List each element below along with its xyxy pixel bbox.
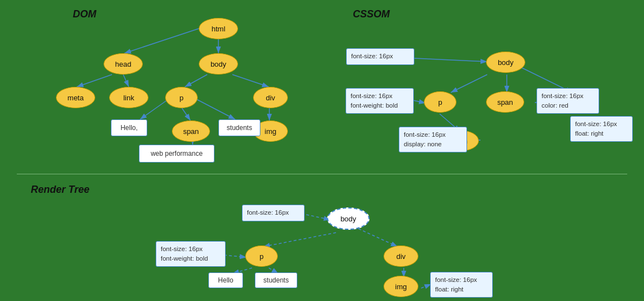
rt-fontsize-text: font-size: 16px — [247, 208, 289, 217]
cssom-p-node: p — [424, 91, 456, 113]
svg-line-4 — [77, 75, 112, 87]
rt-img-props-box: font-size: 16px float: right — [430, 272, 493, 298]
rt-img-props-line2: float: right — [435, 285, 464, 294]
cssom-span-props-line2: color: red — [542, 101, 568, 110]
svg-line-14 — [451, 75, 487, 92]
dom-meta-node: meta — [56, 87, 95, 108]
rt-img-props-line1: font-size: 16px — [435, 275, 477, 285]
dom-link-node: link — [109, 87, 148, 108]
cssom-span-node: span — [486, 91, 524, 113]
arrows-svg — [0, 0, 644, 301]
cssom-img-props-line1: font-size: 16px — [575, 119, 617, 129]
cssom-span-props-line1: font-size: 16px — [542, 91, 584, 101]
cssom-p-props-line1: font-size: 16px — [351, 91, 393, 101]
svg-line-5 — [123, 75, 129, 87]
dom-html-node: html — [199, 18, 238, 39]
dom-span-node: span — [172, 121, 210, 142]
rt-hello-box: Hello — [208, 272, 243, 288]
svg-line-13 — [414, 58, 487, 62]
render-tree-title: Render Tree — [31, 184, 90, 196]
dom-students-box: students — [218, 119, 260, 136]
svg-line-9 — [182, 108, 190, 121]
svg-line-23 — [263, 233, 336, 247]
rt-students-box: students — [255, 272, 297, 288]
rt-p-props-line2: font-weight: bold — [161, 254, 208, 263]
rt-p-props-line1: font-size: 16px — [161, 244, 203, 254]
cssom-img-props-line2: float: right — [575, 129, 604, 138]
rt-p-node: p — [245, 246, 278, 267]
dom-head-node: head — [104, 53, 143, 75]
cssom-title: CSSOM — [353, 8, 390, 20]
cssom-body-props: font-size: 16px — [346, 48, 414, 65]
cssom-span2-props-line2: display: none — [404, 140, 442, 149]
svg-line-24 — [358, 229, 398, 247]
rt-p-props-box: font-size: 16px font-weight: bold — [156, 241, 226, 267]
diagram-container: DOM CSSOM Render Tree html head body met… — [0, 0, 644, 301]
rt-body-node: body — [327, 207, 370, 230]
svg-line-2 — [124, 29, 199, 53]
cssom-span2-props: font-size: 16px display: none — [399, 127, 467, 152]
svg-line-6 — [185, 75, 207, 87]
dom-hello-box: Hello, — [111, 119, 147, 136]
dom-div-node: div — [253, 87, 288, 108]
dom-webperf-box: web performance — [139, 145, 214, 163]
section-divider — [17, 174, 627, 174]
cssom-body-props-text: font-size: 16px — [351, 52, 393, 61]
svg-line-10 — [193, 98, 235, 119]
cssom-span2-props-line1: font-size: 16px — [404, 130, 446, 140]
cssom-img-props: font-size: 16px float: right — [570, 116, 633, 142]
rt-img-node: img — [384, 276, 418, 297]
rt-div-node: div — [384, 246, 418, 267]
dom-p-node: p — [165, 87, 198, 108]
svg-line-7 — [232, 75, 269, 87]
cssom-p-props-line2: font-weight: bold — [351, 101, 398, 110]
dom-body-node: body — [199, 53, 238, 75]
cssom-span-props: font-size: 16px color: red — [536, 88, 599, 114]
svg-line-25 — [224, 255, 246, 257]
cssom-body-node: body — [486, 52, 525, 73]
cssom-p-props: font-size: 16px font-weight: bold — [346, 88, 414, 114]
dom-title: DOM — [73, 8, 96, 20]
rt-fontsize-box: font-size: 16px — [242, 205, 305, 221]
